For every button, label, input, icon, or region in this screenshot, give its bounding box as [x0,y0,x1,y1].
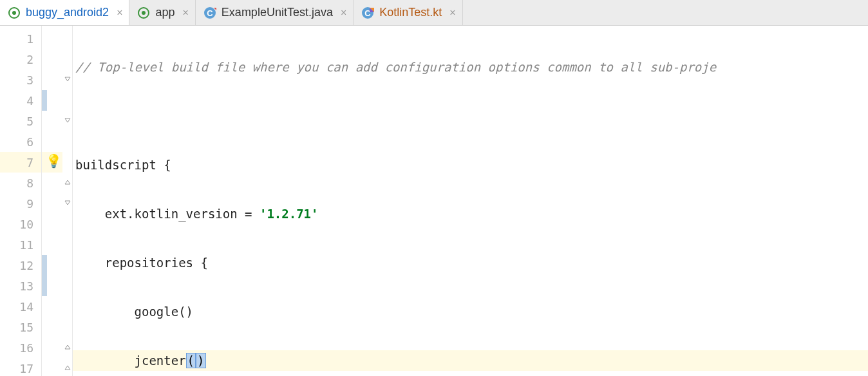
fold-close-icon[interactable] [64,364,71,372]
code-text: ext.kotlin_version = [75,207,259,221]
code-line[interactable]: ext.kotlin_version = '1.2.71' [73,203,868,224]
close-icon[interactable]: × [117,7,122,19]
tab-bar: buggy_android2 × app × C ExampleUnitTest… [0,0,868,26]
tab-buggy-android2[interactable]: buggy_android2 × [0,0,129,25]
close-icon[interactable]: × [341,7,346,19]
kotlin-class-icon: C [361,6,374,19]
matched-bracket: ) [196,353,205,368]
change-marker [42,90,47,111]
code-text: repositories { [75,256,208,270]
fold-open-icon[interactable] [64,117,71,125]
line-number[interactable]: 13 [0,276,41,296]
tab-example-unit-test[interactable]: C ExampleUnitTest.java × [196,0,354,25]
fold-gutter[interactable] [62,26,73,376]
fold-open-icon[interactable] [64,200,71,207]
tab-app[interactable]: app × [129,0,195,25]
line-number-gutter[interactable]: 1234567891011121314151617 [0,26,42,376]
fold-close-icon[interactable] [64,179,71,187]
line-number[interactable]: 16 [0,337,41,358]
code-line-current[interactable]: jcenter() [73,350,868,371]
tab-kotlin-test[interactable]: C KotlinTest.kt × [354,0,462,25]
code-line[interactable] [73,106,868,126]
code-line[interactable]: repositories { [73,252,868,273]
string-literal: '1.2.71' [259,207,319,221]
java-class-icon: C [203,6,216,19]
code-text: jcenter [75,353,186,368]
comment-text: // Top-level build file where you can ad… [75,60,716,74]
code-line[interactable]: buildscript { [73,155,868,175]
line-number[interactable]: 1 [0,28,41,49]
line-number[interactable]: 6 [0,131,41,152]
line-number[interactable]: 12 [0,255,41,276]
marker-gutter: 💡 [42,26,62,376]
code-line[interactable]: // Top-level build file where you can ad… [73,57,868,77]
change-marker [42,255,47,276]
code-editor[interactable]: // Top-level build file where you can ad… [73,26,868,376]
line-number[interactable]: 14 [0,296,41,317]
close-icon[interactable]: × [183,7,189,19]
fold-open-icon[interactable] [64,76,71,84]
line-number[interactable]: 17 [0,358,41,376]
code-line[interactable]: google() [73,301,868,322]
svg-text:C: C [207,8,213,18]
fold-close-icon[interactable] [64,344,71,352]
gradle-icon [8,6,21,19]
svg-point-1 [12,11,16,15]
tab-label: KotlinTest.kt [379,6,442,19]
intention-bulb-icon[interactable]: 💡 [46,153,62,169]
line-number[interactable]: 9 [0,193,41,214]
change-marker [42,276,47,296]
tab-label: buggy_android2 [26,6,109,19]
code-text: google() [75,305,193,319]
line-number[interactable]: 3 [0,70,41,90]
line-number[interactable]: 11 [0,234,41,255]
line-number[interactable]: 5 [0,111,41,131]
code-text: buildscript { [75,158,171,172]
svg-point-3 [142,11,146,15]
line-number[interactable]: 10 [0,214,41,234]
line-number[interactable]: 7 [0,152,41,173]
editor-area: 1234567891011121314151617 💡 // Top-level… [0,26,868,376]
tab-label: app [155,6,175,19]
matched-bracket: ( [186,353,196,368]
close-icon[interactable]: × [449,7,455,19]
line-number[interactable]: 4 [0,90,41,111]
line-number[interactable]: 8 [0,173,41,193]
line-number[interactable]: 15 [0,317,41,337]
line-number[interactable]: 2 [0,49,41,70]
tab-label: ExampleUnitTest.java [222,6,333,19]
gradle-icon [137,6,150,19]
